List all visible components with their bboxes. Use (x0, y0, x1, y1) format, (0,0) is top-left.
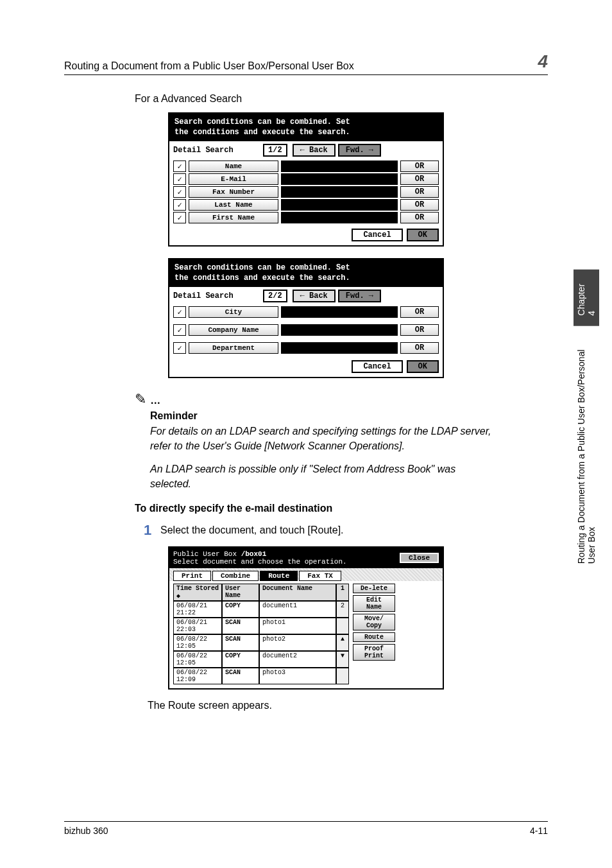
reminder-title: Reminder (150, 410, 548, 422)
check-icon[interactable]: ✓ (173, 342, 186, 354)
or-button[interactable]: OR (400, 199, 439, 211)
scroll-up-icon[interactable]: ▲ (336, 634, 349, 651)
page-range-top: 1 (336, 584, 349, 601)
tab-route[interactable]: Route (260, 571, 298, 581)
field-value[interactable] (281, 161, 398, 172)
lcd-header: Search conditions can be combined. Set t… (169, 259, 443, 287)
detail-search-label: Detail Search (173, 146, 263, 155)
step-text: Select the document, and touch [Route]. (160, 522, 344, 539)
step-number: 1 (135, 522, 160, 539)
field-value[interactable] (281, 173, 398, 185)
check-icon[interactable]: ✓ (173, 306, 186, 318)
or-button[interactable]: OR (400, 306, 439, 318)
or-button[interactable]: OR (400, 173, 439, 185)
field-email[interactable]: E-Mail (189, 173, 278, 185)
field-value[interactable] (281, 199, 398, 211)
scroll-down-icon[interactable]: ▼ (336, 651, 349, 668)
or-button[interactable]: OR (400, 212, 439, 223)
table-row[interactable]: 06/08/22 12:09SCANphoto3 (173, 668, 349, 684)
page-indicator: 1/2 (263, 144, 287, 157)
field-firstname[interactable]: First Name (189, 212, 278, 223)
col-time[interactable]: Time Stored ◆ (173, 584, 222, 601)
or-button[interactable]: OR (400, 186, 439, 198)
fwd-button[interactable]: Fwd. → (338, 290, 381, 302)
tab-fax[interactable]: Fax TX (299, 571, 341, 581)
field-lastname[interactable]: Last Name (189, 199, 278, 211)
field-value[interactable] (281, 186, 398, 198)
footer-left: bizhub 360 (64, 826, 108, 836)
move-copy-button[interactable]: Move/ Copy (353, 614, 395, 630)
lcd-header: Search conditions can be combined. Set t… (169, 114, 443, 141)
check-icon[interactable]: ✓ (173, 324, 186, 336)
detail-search-label: Detail Search (173, 291, 263, 300)
advanced-search-screen-2: Search conditions can be combined. Set t… (168, 258, 444, 378)
subsection-title: To directly specify the e-mail destinati… (135, 503, 548, 514)
back-button[interactable]: ← Back (293, 290, 336, 302)
side-tab-title: Routing a Document from a Public User Bo… (574, 326, 599, 571)
col-doc: Document Name (259, 584, 336, 601)
or-button[interactable]: OR (400, 161, 439, 172)
ok-button[interactable]: OK (407, 229, 439, 241)
advanced-search-screen-1: Search conditions can be combined. Set t… (168, 112, 444, 247)
ok-button[interactable]: OK (407, 360, 439, 373)
edit-name-button[interactable]: Edit Name (353, 595, 395, 612)
tab-print[interactable]: Print (173, 571, 211, 581)
close-button[interactable]: Close (400, 553, 439, 563)
page-footer: bizhub 360 4-11 (64, 821, 548, 836)
check-icon[interactable]: ✓ (173, 173, 186, 185)
cancel-button[interactable]: Cancel (352, 360, 402, 373)
tab-bar: Print Combine Route Fax TX (169, 568, 443, 581)
table-row[interactable]: 06/08/21 22:03SCANphoto1 (173, 618, 349, 634)
reminder-text-1: For details on an LDAP search and specif… (150, 424, 497, 453)
result-text: The Route screen appears. (148, 700, 548, 711)
chapter-number: 4 (538, 51, 548, 72)
check-icon[interactable]: ✓ (173, 199, 186, 211)
cancel-button[interactable]: Cancel (352, 229, 402, 241)
field-value[interactable] (281, 306, 398, 318)
field-value[interactable] (281, 212, 398, 223)
check-icon[interactable]: ✓ (173, 212, 186, 223)
footer-right: 4-11 (530, 826, 548, 836)
check-icon[interactable]: ✓ (173, 161, 186, 172)
col-user: User Name (222, 584, 259, 601)
check-icon[interactable]: ✓ (173, 186, 186, 198)
table-row[interactable]: 06/08/22 12:05SCANphoto2▲ (173, 634, 349, 651)
fwd-button[interactable]: Fwd. → (338, 144, 381, 157)
side-tab: Chapter 4 Routing a Document from a Publ… (577, 270, 595, 571)
user-box-screen: Public User Box /box01 Select document a… (168, 546, 444, 690)
header-title: Routing a Document from a Public User Bo… (64, 60, 354, 72)
delete-button[interactable]: De-lete (353, 584, 395, 593)
table-row[interactable]: 06/08/22 12:05COPYdocument2▼ (173, 651, 349, 668)
side-tab-chapter: Chapter 4 (574, 270, 599, 326)
table-row[interactable]: 06/08/21 21:22COPYdocument12 (173, 601, 349, 618)
field-company[interactable]: Company Name (189, 324, 278, 336)
field-value[interactable] (281, 342, 398, 354)
pencil-icon: ✎ … (135, 391, 548, 408)
page-range-bot: 2 (336, 601, 349, 618)
field-value[interactable] (281, 324, 398, 336)
tab-combine[interactable]: Combine (212, 571, 259, 581)
or-button[interactable]: OR (400, 342, 439, 354)
back-button[interactable]: ← Back (293, 144, 336, 157)
reminder-text-2: An LDAP search is possible only if "Sele… (150, 462, 497, 491)
field-fax[interactable]: Fax Number (189, 186, 278, 198)
section-title: For a Advanced Search (135, 93, 548, 105)
field-name[interactable]: Name (189, 161, 278, 172)
field-department[interactable]: Department (189, 342, 278, 354)
route-button[interactable]: Route (353, 632, 395, 642)
proof-print-button[interactable]: Proof Print (353, 644, 395, 661)
field-city[interactable]: City (189, 306, 278, 318)
box-header: Public User Box /box01 Select document a… (173, 550, 347, 566)
reminder-block: ✎ … Reminder For details on an LDAP sear… (135, 391, 548, 491)
or-button[interactable]: OR (400, 324, 439, 336)
page-indicator: 2/2 (263, 290, 287, 302)
page-header: Routing a Document from a Public User Bo… (64, 51, 548, 75)
